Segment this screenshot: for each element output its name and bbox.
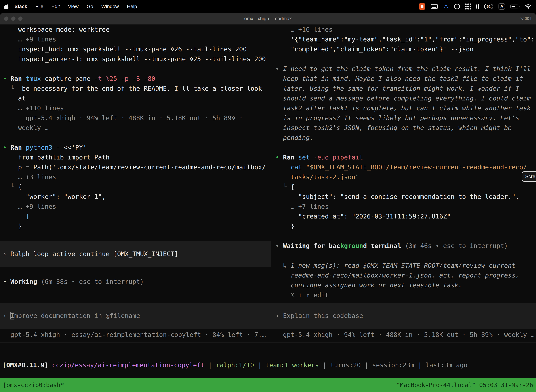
terminal-line: inspect_hud: omx sparkshell --tmux-pane … — [0, 44, 271, 54]
terminal-line — [271, 143, 536, 152]
wifi-icon[interactable] — [525, 4, 532, 9]
terminal-line: … +16 lines — [271, 25, 536, 34]
tmux-session-label: [omx-cczip0:bash* — [3, 382, 64, 388]
battery-percent-badge[interactable]: 61 — [484, 4, 493, 9]
input-source-icon[interactable]: A — [498, 4, 505, 9]
terminal-line: later. Using the same for transition mig… — [271, 84, 536, 93]
terminal-line: … +110 lines — [0, 103, 271, 113]
tmux-status-bar: [omx-cczip0:bash* "MacBook-Pro-44.local"… — [0, 378, 536, 392]
menu-window[interactable]: Window — [101, 4, 119, 9]
traffic-lights — [4, 13, 23, 24]
menu-bar: Slack FileEditViewGoWindowHelp 61 A — [0, 0, 536, 13]
terminal-line — [271, 231, 536, 241]
terminal-line: gpt-5.4 xhigh · essay/ai-reimplementatio… — [0, 330, 271, 340]
terminal-line: • Ran tmux capture-pane -t %25 -p -S -80 — [0, 74, 271, 84]
terminal-line — [0, 64, 271, 74]
apple-menu-icon[interactable] — [4, 4, 9, 9]
menu-file[interactable]: File — [35, 4, 43, 9]
terminal-line: "created_at": "2026-03-31T11:59:27.816Z" — [271, 211, 536, 221]
terminal-line: └ { — [271, 182, 536, 192]
screen-recording-stop-icon[interactable] — [419, 3, 425, 10]
terminal-line — [271, 54, 536, 64]
terminal-line: gpt-5.4 xhigh · 94% left · 488K in · 5.1… — [0, 113, 271, 123]
prompt-band[interactable]: › Improve documentation in @filename — [0, 303, 271, 329]
terminal-line: └ { — [0, 182, 271, 192]
terminal-window: omx --xhigh --madmax ⌥⌘1 workspace_mode:… — [0, 13, 536, 392]
terminal-line: • Ran set -euo pipefail — [271, 152, 536, 162]
tmux-panes: workspace_mode: worktree … +9 lines insp… — [0, 25, 536, 342]
terminal-line: "completed","claim_token":"claim-token"}… — [271, 44, 536, 54]
terminal-line: cat "$OMX_TEAM_STATE_ROOT/team/review-cu… — [271, 162, 536, 172]
terminal-line: weekly … — [0, 123, 271, 133]
terminal-line: pending. — [271, 133, 536, 143]
screen-notification-chip[interactable]: Scre — [522, 171, 536, 182]
terminal-line: readme-and-reco/mailbox/worker-1.json, a… — [271, 271, 536, 280]
terminal-line: • Waiting for background terminal (3m 46… — [271, 241, 536, 251]
terminal-line: gpt-5.4 xhigh · 94% left · 488K in · 5.1… — [271, 330, 536, 340]
terminal-line: inspect task2's JSON, focusing on the st… — [271, 123, 536, 133]
right-terminal-pane[interactable]: … +16 lines '{"team_name":"my-team","tas… — [271, 25, 536, 342]
terminal-line: is in progress? It seems likely but perh… — [271, 113, 536, 123]
terminal-line: "worker": "worker-1", — [0, 192, 271, 202]
window-shortcut-hint: ⌥⌘1 — [519, 16, 532, 21]
terminal-line: "subject": "send a concise recommendatio… — [271, 192, 536, 202]
close-button[interactable] — [4, 17, 9, 21]
terminal-line: } — [0, 221, 271, 231]
terminal-line: … +3 lines — [0, 172, 271, 182]
menu-bar-status-icons: 61 A — [419, 3, 532, 10]
terminal-line: tasks/task-2.json" — [271, 172, 536, 182]
terminal-line: '{"team_name":"my-team","task_id":"1","f… — [271, 34, 536, 44]
blue-app-icon[interactable] — [443, 4, 449, 9]
terminal-line: • Working (6m 38s • esc to interrupt) — [0, 277, 271, 287]
menu-view[interactable]: View — [68, 4, 79, 9]
menu-edit[interactable]: Edit — [51, 4, 60, 9]
terminal-line — [0, 267, 271, 277]
terminal-line: workspace_mode: worktree — [0, 25, 271, 34]
terminal-line — [0, 133, 271, 143]
minimize-button[interactable] — [11, 17, 15, 21]
terminal-line: … +7 lines — [271, 202, 536, 211]
narrow-app-icon[interactable] — [476, 4, 479, 9]
terminal-line: keep that in mind. Maybe I also need the… — [271, 74, 536, 84]
terminal-line: • I need to get the claim token from the… — [271, 64, 536, 74]
window-title: omx --xhigh --madmax — [244, 16, 292, 21]
terminal-line: ] — [0, 211, 271, 221]
terminal-line — [0, 231, 271, 241]
terminal-line: } — [271, 221, 536, 231]
left-terminal-pane[interactable]: workspace_mode: worktree … +9 lines insp… — [0, 25, 271, 342]
terminal-line: continue assigned work or next feasible … — [271, 280, 536, 290]
terminal-line: task2 after task1 is complete, but can I… — [271, 103, 536, 113]
zoom-button[interactable] — [18, 17, 23, 21]
keyboard-icon[interactable] — [431, 4, 438, 9]
app-grid-icon[interactable] — [465, 4, 471, 9]
menu-go[interactable]: Go — [87, 4, 93, 9]
window-title-bar[interactable]: omx --xhigh --madmax ⌥⌘1 — [0, 13, 536, 25]
circle-app-icon[interactable] — [454, 4, 460, 9]
screen-notification-text: Scre — [525, 174, 535, 179]
terminal-line: … +9 lines — [0, 202, 271, 211]
terminal-line: p = Path('.omx/state/team/review-current… — [0, 162, 271, 172]
omx-status-block: [OMX#0.11.9] cczip/essay/ai-reimplementa… — [0, 342, 536, 378]
menu-items: FileEditViewGoWindowHelp — [35, 4, 137, 9]
prompt-band[interactable]: › Ralph loop active continue [OMX_TMUX_I… — [0, 241, 271, 267]
battery-icon[interactable] — [511, 5, 519, 9]
prompt-band[interactable]: › Explain this codebase — [271, 303, 536, 329]
terminal-line: inspect_worker-1: omx sparkshell --tmux-… — [0, 54, 271, 64]
terminal-line: … +9 lines — [0, 34, 271, 44]
terminal-line — [271, 251, 536, 261]
active-app-name[interactable]: Slack — [14, 4, 27, 9]
terminal-line: should send a message before completing … — [271, 93, 536, 103]
terminal-line: └ be necessary for the end of the README… — [0, 84, 271, 93]
terminal-line: at — [0, 93, 271, 103]
terminal-line: ↳ 1 new msg(s): read $OMX_TEAM_STATE_ROO… — [271, 261, 536, 271]
terminal-line: • Ran python3 - <<'PY' — [0, 143, 271, 152]
tmux-host-clock-label: "MacBook-Pro-44.local" 05:03 31-Mar-26 — [396, 382, 533, 388]
omx-status-line: [OMX#0.11.9] cczip/essay/ai-reimplementa… — [2, 361, 534, 369]
menu-help[interactable]: Help — [127, 4, 137, 9]
terminal-line: from pathlib import Path — [0, 152, 271, 162]
terminal-line: ⌥ + ↑ edit — [271, 290, 536, 300]
